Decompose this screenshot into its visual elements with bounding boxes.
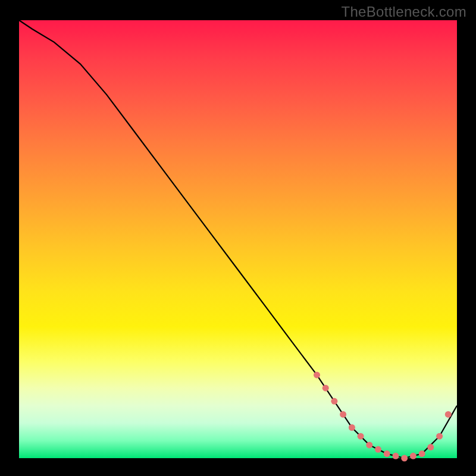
curve-marker	[331, 398, 337, 405]
curve-marker	[322, 385, 329, 392]
curve-marker	[358, 433, 364, 440]
curve-marker	[427, 444, 434, 450]
curve-line	[19, 20, 457, 458]
plot-area	[19, 20, 457, 458]
curve-marker	[384, 450, 390, 457]
chart-svg	[19, 20, 457, 458]
curve-marker	[393, 453, 399, 459]
watermark-text: TheBottleneck.com	[341, 4, 466, 20]
curve-marker	[375, 446, 381, 453]
curve-marker	[366, 441, 372, 448]
curve-marker	[314, 372, 320, 378]
curve-marker	[340, 411, 346, 418]
curve-marker	[410, 453, 416, 459]
curve-marker	[349, 424, 355, 431]
curve-marker	[401, 455, 408, 462]
curve-marker	[419, 450, 425, 457]
chart-container: TheBottleneck.com	[0, 0, 476, 476]
curve-marker	[436, 433, 443, 440]
curve-marker	[445, 411, 452, 418]
